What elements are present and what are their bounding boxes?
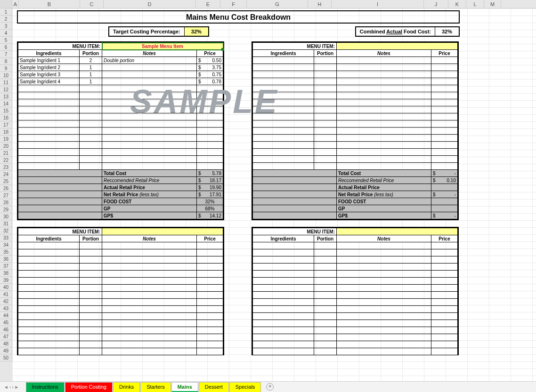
ingredient-row[interactable]: Sample Ingridient 12Double portion$0.50 (18, 57, 223, 64)
row-header-9[interactable]: 9 (0, 65, 12, 72)
row-header-42[interactable]: 42 (0, 298, 12, 305)
table-row[interactable] (253, 71, 458, 78)
row-header-26[interactable]: 26 (0, 185, 12, 192)
row-header-41[interactable]: 41 (0, 291, 12, 298)
row-header-5[interactable]: 5 (0, 37, 12, 44)
table-row[interactable] (253, 292, 458, 299)
table-row[interactable] (18, 85, 223, 92)
table-row[interactable] (253, 249, 458, 256)
table-row[interactable] (253, 128, 458, 135)
table-row[interactable] (18, 249, 223, 256)
tab-portion-costing[interactable]: Portion Costing (65, 382, 113, 392)
tab-nav-prev-icon[interactable]: ‹ (9, 384, 11, 390)
target-cost-value[interactable]: 32% (185, 27, 208, 36)
tab-dessert[interactable]: Dessert (199, 382, 229, 392)
table-row[interactable] (18, 271, 223, 278)
col-header-H[interactable]: H (308, 0, 332, 8)
spreadsheet-grid[interactable]: SAMPLE Mains Menu Cost Breakdown Target … (12, 8, 536, 381)
row-header-37[interactable]: 37 (0, 263, 12, 270)
col-header-B[interactable]: B (19, 0, 80, 8)
table-row[interactable] (253, 348, 458, 355)
table-row[interactable] (253, 264, 458, 271)
col-header-F[interactable]: F (220, 0, 247, 8)
table-row[interactable] (253, 278, 458, 285)
col-header-E[interactable]: E (196, 0, 220, 8)
row-header-32[interactable]: 32 (0, 227, 12, 234)
table-row[interactable] (18, 128, 223, 135)
tab-instructions[interactable]: Instructions (26, 382, 65, 392)
row-header-47[interactable]: 47 (0, 333, 12, 340)
menu-item-name-input[interactable] (102, 228, 223, 235)
row-header-13[interactable]: 13 (0, 93, 12, 100)
table-row[interactable] (253, 99, 458, 106)
row-header-40[interactable]: 40 (0, 284, 12, 291)
tab-mains[interactable]: Mains (171, 382, 198, 392)
row-header-7[interactable]: 7 (0, 51, 12, 58)
row-header-45[interactable]: 45 (0, 319, 12, 326)
tab-nav-next-icon[interactable]: › (12, 384, 13, 390)
tab-drinks[interactable]: Drinks (113, 382, 140, 392)
table-row[interactable] (253, 142, 458, 149)
column-headers[interactable]: ABCDEFGHIJKLM (0, 0, 536, 8)
row-header-21[interactable]: 21 (0, 150, 12, 157)
table-row[interactable] (18, 113, 223, 120)
table-row[interactable] (18, 313, 223, 320)
table-row[interactable] (18, 149, 223, 156)
col-header-I[interactable]: I (332, 0, 424, 8)
row-header-34[interactable]: 34 (0, 241, 12, 248)
table-row[interactable] (18, 92, 223, 99)
row-header-18[interactable]: 18 (0, 128, 12, 136)
col-header-C[interactable]: C (80, 0, 104, 8)
table-row[interactable] (253, 271, 458, 278)
row-header-48[interactable]: 48 (0, 340, 12, 347)
col-header-J[interactable]: J (424, 0, 448, 8)
table-row[interactable] (253, 156, 458, 163)
table-row[interactable] (253, 306, 458, 313)
actual-retail-price-input[interactable]: $19.90 (197, 184, 223, 191)
row-header-49[interactable]: 49 (0, 347, 12, 354)
table-row[interactable] (18, 278, 223, 285)
table-row[interactable] (253, 163, 458, 170)
row-header-23[interactable]: 23 (0, 164, 12, 171)
add-sheet-button[interactable]: + (266, 383, 274, 391)
table-row[interactable] (253, 242, 458, 249)
row-headers[interactable]: 1234567891011121314151617181920212223242… (0, 8, 12, 381)
table-row[interactable] (18, 106, 223, 113)
row-header-30[interactable]: 30 (0, 213, 12, 220)
row-header-11[interactable]: 11 (0, 79, 12, 86)
col-header-K[interactable]: K (448, 0, 466, 8)
table-row[interactable] (18, 163, 223, 170)
ingredient-row[interactable]: Sample Ingridient 21$3.75 (18, 64, 223, 71)
tab-nav-first-icon[interactable]: ◄ (4, 384, 8, 390)
row-header-35[interactable]: 35 (0, 248, 12, 256)
table-row[interactable] (253, 78, 458, 85)
table-row[interactable] (253, 92, 458, 99)
row-header-12[interactable]: 12 (0, 86, 12, 93)
table-row[interactable] (253, 313, 458, 320)
table-row[interactable] (18, 256, 223, 264)
table-row[interactable] (18, 242, 223, 249)
table-row[interactable] (253, 256, 458, 264)
table-row[interactable] (18, 135, 223, 142)
col-header-A[interactable]: A (12, 0, 19, 8)
col-header-G[interactable]: G (247, 0, 308, 8)
row-header-24[interactable]: 24 (0, 171, 12, 178)
row-header-4[interactable]: 4 (0, 30, 12, 37)
table-row[interactable] (18, 285, 223, 292)
table-row[interactable] (253, 64, 458, 71)
table-row[interactable] (18, 334, 223, 341)
table-row[interactable] (18, 292, 223, 299)
ingredient-row[interactable]: Sample Ingridient 31$0.75 (18, 71, 223, 78)
table-row[interactable] (253, 120, 458, 128)
table-row[interactable] (253, 57, 458, 64)
table-row[interactable] (18, 341, 223, 348)
row-header-3[interactable]: 3 (0, 23, 12, 30)
table-row[interactable] (18, 99, 223, 106)
table-row[interactable] (18, 120, 223, 128)
menu-item-name-input[interactable] (337, 228, 458, 235)
select-all-corner[interactable] (0, 0, 12, 8)
row-header-20[interactable]: 20 (0, 143, 12, 150)
row-header-14[interactable]: 14 (0, 100, 12, 107)
row-header-36[interactable]: 36 (0, 256, 12, 263)
row-header-19[interactable]: 19 (0, 136, 12, 143)
